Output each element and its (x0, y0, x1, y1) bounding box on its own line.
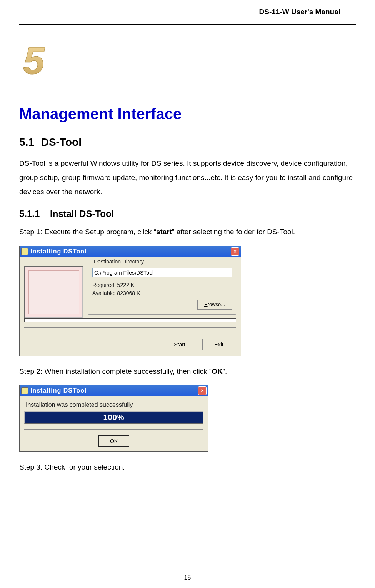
step1-suffix: ” after selecting the folder for DS-Tool… (172, 228, 295, 236)
separator-line (24, 327, 236, 328)
step1-prefix: Step 1: Execute the Setup program, click… (19, 228, 156, 236)
chapter-number-graphic: 5 (19, 40, 356, 82)
destination-legend: Destination Directory (92, 258, 145, 265)
destination-path-input[interactable] (92, 268, 232, 277)
chapter-number-text: 5 (23, 40, 45, 82)
step-2-text: Step 2: When installation complete succe… (19, 366, 356, 377)
step2-suffix: ”. (223, 367, 227, 375)
dialog-button-row: Start Exit (163, 339, 235, 350)
window-title: Installing DSTool (30, 248, 231, 255)
exit-rest: xit (218, 341, 223, 348)
completion-message: Installation was completed successfully (26, 401, 203, 408)
close-icon[interactable]: × (198, 386, 207, 395)
section-title: 5.1 DS-Tool (19, 136, 356, 148)
subsection-number: 5.1.1 (19, 208, 40, 219)
app-icon (21, 387, 28, 394)
intro-paragraph: DS-Tool is a powerful Windows utility fo… (19, 156, 356, 199)
figure-installer-step1: Installing DSTool × Destination Director… (19, 246, 241, 356)
progress-groove-empty (24, 318, 236, 322)
subsection-title: 5.1.1 Install DS-Tool (19, 208, 356, 219)
section-name: DS-Tool (41, 136, 82, 148)
browse-button[interactable]: Browse... (197, 300, 232, 310)
browse-rest: rowse... (208, 301, 225, 307)
progress-bar: 100% (24, 411, 203, 424)
ok-button[interactable]: OK (98, 435, 129, 447)
step-3-text: Step 3: Check for your selection. (19, 461, 356, 473)
page-header: DS-11-W User's Manual (19, 6, 356, 16)
step2-prefix: Step 2: When installation complete succe… (19, 367, 212, 375)
page-number: 15 (184, 574, 191, 581)
separator-line (24, 429, 203, 430)
section-number: 5.1 (19, 136, 34, 148)
available-label: Available: 823068 K (92, 289, 232, 297)
window-titlebar: Installing DSTool × (20, 246, 241, 257)
subsection-name: Install DS-Tool (50, 208, 114, 219)
required-label: Required: 5222 K (92, 281, 232, 289)
header-rule (19, 24, 356, 25)
dialog-body: Installation was completed successfully … (20, 396, 208, 451)
window-titlebar: Installing DSTool × (20, 385, 208, 396)
step-1-text: Step 1: Execute the Setup program, click… (19, 226, 356, 238)
destination-group: Destination Directory Required: 5222 K A… (88, 262, 236, 315)
app-icon (21, 248, 28, 255)
start-button[interactable]: Start (163, 339, 196, 350)
window-title: Installing DSTool (30, 387, 198, 394)
device-image (24, 266, 83, 318)
space-info: Required: 5222 K Available: 823068 K (92, 281, 232, 297)
chapter-title: Management Interface (19, 105, 356, 123)
exit-mnemonic: E (214, 341, 218, 348)
step1-bold: start (156, 228, 172, 236)
close-icon[interactable]: × (231, 247, 239, 256)
exit-button[interactable]: Exit (202, 339, 235, 350)
browse-mnemonic: B (204, 301, 208, 307)
figure-installer-step2: Installing DSTool × Installation was com… (19, 385, 208, 452)
step2-bold: OK (212, 367, 223, 375)
